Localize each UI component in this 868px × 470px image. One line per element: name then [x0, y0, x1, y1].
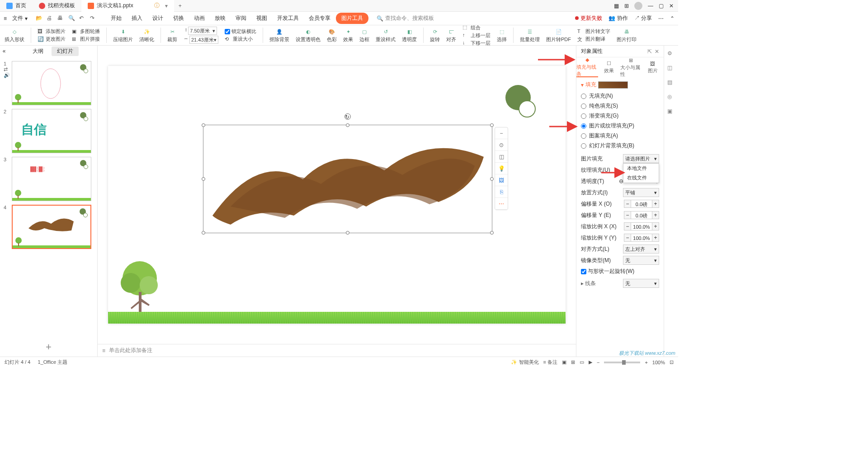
- multi-carousel-button[interactable]: ▣多图轮播: [72, 28, 100, 35]
- fill-option-gradient[interactable]: 渐变填充(G): [581, 112, 659, 120]
- align-select[interactable]: 左上对齐▾: [623, 244, 659, 254]
- compress-button[interactable]: ⬇压缩图片: [113, 28, 133, 43]
- insert-shape-button[interactable]: ◇插入形状: [5, 28, 24, 43]
- translate-button[interactable]: 文图片翻译: [577, 36, 605, 42]
- layout-grid-icon[interactable]: ▦: [614, 3, 619, 9]
- share-button[interactable]: ↗ 分享: [634, 14, 652, 22]
- zoom-out-button[interactable]: −: [597, 360, 599, 365]
- scale-x-input[interactable]: −100.0%+: [624, 222, 659, 230]
- dropdown-option-local[interactable]: 本地文件: [623, 164, 659, 173]
- more-tools-icon[interactable]: ⋯: [495, 198, 508, 210]
- tab-templates[interactable]: 找稻壳模板: [33, 0, 81, 12]
- beautify-button[interactable]: ✨ 智能美化: [511, 359, 538, 366]
- scale-y-input[interactable]: −100.0%+: [624, 234, 659, 242]
- notes-pane[interactable]: ≡ 单击此处添加备注: [98, 344, 576, 357]
- ribbon-tab[interactable]: 切换: [169, 12, 189, 25]
- print-image-button[interactable]: 🖶图片打印: [617, 28, 637, 43]
- ribbon-tab[interactable]: 设计: [148, 12, 168, 25]
- notes-toggle[interactable]: ≡ 备注: [543, 359, 557, 366]
- fill-swatch[interactable]: [598, 81, 628, 89]
- thumbnail[interactable]: 3 ▓▓▓ { ▓▓ }▓▓▓ { ▓▓ }: [0, 155, 97, 203]
- file-menu[interactable]: 文件▾: [9, 14, 31, 22]
- line-section-header[interactable]: ▸ 线条: [581, 280, 596, 287]
- open-icon[interactable]: 📂: [36, 15, 43, 22]
- ribbon-tab[interactable]: 会员专享: [304, 12, 335, 25]
- collapse-sidebar-icon[interactable]: «: [0, 47, 8, 56]
- reset-size-button[interactable]: ⟲重设大小: [225, 36, 253, 42]
- zoom-fit-icon[interactable]: ⊙: [495, 139, 508, 151]
- zoom-out-icon[interactable]: −: [495, 127, 508, 139]
- new-tab-button[interactable]: +: [174, 3, 186, 9]
- align-button[interactable]: ⫍对齐: [446, 28, 456, 43]
- height-input[interactable]: 7.50厘米▾: [188, 27, 217, 35]
- ribbon-tab[interactable]: 放映: [210, 12, 230, 25]
- to-text-button[interactable]: T图片转文字: [577, 28, 610, 35]
- border-button[interactable]: ▢边框: [359, 28, 369, 43]
- to-pdf-button[interactable]: 📄图片转PDF: [546, 28, 571, 43]
- export-icon[interactable]: ⎘: [495, 186, 508, 198]
- print-icon[interactable]: 🖶: [57, 15, 65, 22]
- redo-icon[interactable]: ↷: [90, 15, 97, 22]
- add-image-button[interactable]: 🖼添加图片: [38, 28, 66, 35]
- thumbnail[interactable]: 2 自信: [0, 107, 97, 155]
- panel-tab-picture[interactable]: 🖼图片: [642, 57, 664, 77]
- ai-icon[interactable]: 🖼: [495, 174, 508, 186]
- image-join-button[interactable]: ⊞图片拼接: [72, 36, 100, 42]
- reset-style-button[interactable]: ↺重设样式: [376, 28, 396, 43]
- slideshow-icon[interactable]: ▶: [589, 359, 592, 365]
- effect-button[interactable]: ✦效果: [343, 28, 353, 43]
- ribbon-tab[interactable]: 插入: [127, 12, 147, 25]
- ribbon-tab[interactable]: 动画: [189, 12, 209, 25]
- up-layer-button[interactable]: ↑上移一层: [462, 32, 491, 39]
- style-icon[interactable]: ◫: [667, 65, 675, 73]
- command-search[interactable]: 🔍 查找命令、搜索模板: [377, 14, 434, 22]
- idea-icon[interactable]: 💡: [495, 163, 508, 174]
- fill-section-header[interactable]: ▾填充: [581, 81, 659, 89]
- view-reading-icon[interactable]: ▭: [580, 359, 584, 365]
- slides-tab[interactable]: 幻灯片: [52, 47, 79, 56]
- place-select[interactable]: 平铺▾: [623, 188, 659, 197]
- add-slide-button[interactable]: +: [0, 338, 97, 357]
- fill-option-none[interactable]: 无填充(N): [581, 92, 659, 100]
- menu-icon[interactable]: ≡: [4, 15, 7, 22]
- dropdown-option-online[interactable]: 在线文件: [623, 173, 659, 183]
- line-select[interactable]: 无▾: [623, 279, 659, 288]
- crop-tool-icon[interactable]: ◫: [495, 151, 508, 163]
- sharpen-button[interactable]: ✨清晰化: [139, 28, 154, 43]
- panel-tab-size[interactable]: ⊞大小与属性: [620, 57, 642, 77]
- fill-option-pattern[interactable]: 图案填充(A): [581, 132, 659, 140]
- thumbnail[interactable]: 1⇄🔊: [0, 59, 97, 107]
- fill-option-slidebg[interactable]: 幻灯片背景填充(B): [581, 142, 659, 150]
- ribbon-tab[interactable]: 开始: [106, 12, 126, 25]
- replace-image-button[interactable]: 🔄更改图片: [38, 36, 66, 42]
- update-failed[interactable]: 更新失败: [575, 14, 602, 22]
- batch-button[interactable]: ☰批量处理: [520, 28, 540, 43]
- undo-icon[interactable]: ↶: [79, 15, 86, 22]
- color-button[interactable]: 🎨色彩: [327, 28, 337, 43]
- layers-icon[interactable]: ▤: [667, 79, 675, 87]
- close-button[interactable]: ✕: [669, 3, 674, 9]
- fit-icon[interactable]: ⊡: [670, 359, 674, 365]
- tab-home[interactable]: 首页: [0, 0, 33, 12]
- mirror-select[interactable]: 无▾: [623, 256, 659, 265]
- preview-icon[interactable]: 🔍: [68, 15, 75, 22]
- lock-ratio-checkbox[interactable]: 锁定纵横比: [225, 28, 256, 35]
- group-button[interactable]: ⬚组合: [462, 24, 481, 31]
- close-panel-icon[interactable]: ✕: [655, 48, 659, 55]
- image-fill-select[interactable]: 请选择图片▾: [623, 154, 659, 163]
- crop-button[interactable]: ✂裁剪: [167, 28, 177, 43]
- ribbon-tab[interactable]: 视图: [252, 12, 272, 25]
- rotate-button[interactable]: ⟳旋转: [430, 28, 440, 43]
- location-icon[interactable]: ◎: [667, 94, 675, 102]
- collab-button[interactable]: 👥 协作: [609, 14, 627, 22]
- offset-y-input[interactable]: −0.0磅+: [624, 211, 659, 219]
- panel-tab-fill[interactable]: ◆填充与线条: [576, 57, 598, 77]
- maximize-button[interactable]: ▢: [659, 3, 664, 9]
- set-transparent-button[interactable]: ◐设置透明色: [296, 28, 321, 43]
- fill-option-picture[interactable]: 图片或纹理填充(P): [581, 122, 659, 130]
- tab-document[interactable]: 演示文稿1.pptxⓘ▾: [81, 0, 174, 12]
- width-input[interactable]: 21.43厘米▾: [189, 36, 218, 44]
- selected-shape[interactable]: ↻: [203, 125, 492, 233]
- remove-bg-button[interactable]: 👤抠除背景: [269, 28, 289, 43]
- rotate-with-shape-checkbox[interactable]: 与形状一起旋转(W): [581, 268, 659, 275]
